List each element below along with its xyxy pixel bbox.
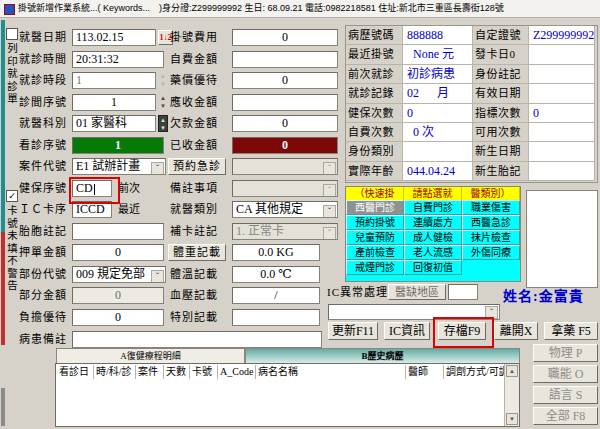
- side-button-4[interactable]: 全部 F8: [533, 407, 598, 425]
- field-deposit[interactable]: 0: [72, 244, 164, 261]
- action-button-1[interactable]: 更新F11: [328, 322, 378, 340]
- titlebar: 掛號新增作業系統...( Keywords... )身分證:Z299999992…: [0, 0, 600, 18]
- quick-button-6[interactable]: 西醫急診: [462, 215, 520, 230]
- quick-button-7[interactable]: 兒童預防: [346, 230, 404, 245]
- spinner-dept[interactable]: ▲▼: [158, 115, 168, 132]
- info-value-r1c0: None 元: [403, 45, 473, 64]
- action-button-2[interactable]: IC資訊: [384, 322, 430, 340]
- button-weight[interactable]: 體重記載: [168, 244, 226, 261]
- field-reg-fee[interactable]: 0: [232, 29, 338, 46]
- history-col-7[interactable]: 病名名稱: [255, 365, 405, 379]
- spinner-visit-period[interactable]: ▲▼: [158, 72, 168, 89]
- history-col-5[interactable]: 卡號: [189, 365, 217, 379]
- side-button-2[interactable]: 職能 O: [533, 365, 598, 383]
- scroll-up-icon[interactable]: ▲: [506, 365, 518, 377]
- field-temperature[interactable]: 0.0 ℃: [232, 266, 320, 283]
- quick-button-10[interactable]: 產前檢查: [346, 245, 404, 260]
- quick-button-8[interactable]: 成人健檢: [404, 230, 462, 245]
- field-card-patch[interactable]: 1. 正常卡ˇ: [232, 223, 338, 240]
- field-drug-discount[interactable]: 0: [232, 72, 338, 89]
- scroll-down-icon[interactable]: ▼: [506, 413, 518, 425]
- quick-button-12[interactable]: 外傷同療: [462, 245, 520, 260]
- field-visit-time[interactable]: 20:31:32: [72, 51, 164, 68]
- ic-area-input[interactable]: [448, 284, 478, 300]
- tab-rehab-detail[interactable]: A復健療程明細: [56, 348, 245, 363]
- quick-button-13[interactable]: 戒煙門診: [346, 260, 404, 275]
- shortage-area-button[interactable]: 醫缺地區: [388, 284, 446, 300]
- info-label-r1c0: 最近掛號: [346, 45, 403, 64]
- label-drug-discount: 藥價優待: [170, 72, 228, 89]
- field-visit-period[interactable]: 1: [72, 72, 156, 89]
- button-appointment-er[interactable]: 預約急診: [168, 158, 226, 175]
- label-reg-fee: 掛號費用: [170, 29, 228, 46]
- field-case-code[interactable]: E1 試辦計畫ˇ: [72, 158, 166, 175]
- notes-box: [526, 190, 598, 288]
- suffix-nhi-seq: 前次: [118, 180, 148, 197]
- field-ic-seq[interactable]: ICCD: [72, 201, 112, 218]
- field-copay-amount[interactable]: 0: [72, 287, 164, 304]
- field-weight[interactable]: 0.0 KG: [232, 244, 320, 261]
- chevron-down-icon[interactable]: ˇ: [323, 162, 336, 175]
- quick-button-1[interactable]: 西醫門診: [346, 200, 404, 215]
- history-scrollbar[interactable]: ▲ ▼: [504, 364, 519, 426]
- suffix-ic-seq: 最近: [118, 201, 148, 218]
- chevron-down-icon[interactable]: ˇ: [151, 162, 164, 175]
- chevron-down-icon[interactable]: ˇ: [485, 306, 498, 319]
- quick-button-4[interactable]: 預約掛號: [346, 215, 404, 230]
- field-room-seq[interactable]: 1: [72, 94, 156, 111]
- history-col-8[interactable]: 醫師: [405, 365, 443, 379]
- chevron-down-icon[interactable]: ˇ: [151, 270, 164, 283]
- label-visit-date: 就醫日期: [19, 29, 71, 46]
- quick-button-14[interactable]: 回復初值: [404, 260, 462, 275]
- chevron-down-icon[interactable]: ˇ: [323, 205, 336, 218]
- quick-button-11[interactable]: 老人流感: [404, 245, 462, 260]
- field-appointment-er[interactable]: ˇ: [232, 158, 338, 175]
- info-label-r7c1: 新生胎記: [473, 162, 529, 181]
- history-col-1[interactable]: 看診日: [57, 365, 93, 379]
- label-copay-amount: 部分金額: [19, 287, 71, 304]
- field-fetus-note[interactable]: [72, 223, 164, 240]
- field-visit-type[interactable]: CA 其他規定ˇ: [232, 201, 338, 218]
- info-value-r7c0: 044.04.24: [403, 162, 473, 181]
- field-dept[interactable]: 01 家醫科: [72, 115, 156, 132]
- tab-history[interactable]: B歷史病歷: [245, 348, 520, 363]
- field-patient-note[interactable]: [72, 331, 322, 348]
- quick-button-5[interactable]: 連續處方: [404, 215, 462, 230]
- quick-button-3[interactable]: 職業傷害: [462, 200, 520, 215]
- field-remark[interactable]: ˇ: [232, 180, 338, 197]
- ic-abnormal-combobox[interactable]: ˇ: [328, 304, 500, 320]
- history-col-9[interactable]: 調劑方式/可調: [443, 365, 507, 379]
- field-visit-seq[interactable]: 1: [72, 137, 164, 154]
- history-col-2[interactable]: 時/科/診: [93, 365, 135, 379]
- field-special-note[interactable]: [232, 309, 320, 326]
- label-visit-type: 就醫類別: [170, 201, 228, 218]
- field-receivable[interactable]: [232, 94, 338, 111]
- quick-button-9[interactable]: 抹片檢查: [462, 230, 520, 245]
- label-special-note: 特別記載: [170, 309, 228, 326]
- field-arrears[interactable]: 0: [232, 115, 338, 132]
- action-button-4[interactable]: 離開X: [494, 322, 538, 340]
- label-visit-period: 就診時段: [19, 72, 71, 89]
- field-nhi-seq[interactable]: CD: [72, 180, 112, 197]
- side-button-1[interactable]: 物理 P: [533, 344, 598, 362]
- print-slip-checkbox[interactable]: [6, 28, 18, 40]
- history-col-4[interactable]: 天數: [163, 365, 189, 379]
- card-warning-checkbox[interactable]: ✓: [6, 190, 18, 202]
- action-button-3[interactable]: 存檔F9: [438, 322, 486, 340]
- history-col-6[interactable]: A_Code: [217, 365, 255, 379]
- quick-button-2[interactable]: 自費門診: [404, 200, 462, 215]
- field-copay-code[interactable]: 009 規定免部ˇ: [72, 266, 166, 283]
- history-col-3[interactable]: 案件: [135, 365, 163, 379]
- chevron-down-icon[interactable]: ˇ: [323, 227, 336, 240]
- spinner-room-seq[interactable]: ▲▼: [158, 94, 168, 111]
- action-button-5[interactable]: 拿藥 F5: [544, 322, 598, 340]
- field-visit-date[interactable]: 113.02.15: [72, 29, 156, 46]
- info-label-r2c1: 身份註記: [473, 65, 529, 84]
- chevron-down-icon[interactable]: ˇ: [323, 184, 336, 197]
- field-blood-pressure[interactable]: /: [232, 287, 320, 304]
- field-self-pay[interactable]: [232, 51, 338, 68]
- field-burden-discount[interactable]: 0: [72, 309, 164, 326]
- quick-header-1: （快速掛: [346, 187, 404, 200]
- label-patient-note: 病患備註: [19, 331, 71, 348]
- side-button-3[interactable]: 語言 S: [533, 386, 598, 404]
